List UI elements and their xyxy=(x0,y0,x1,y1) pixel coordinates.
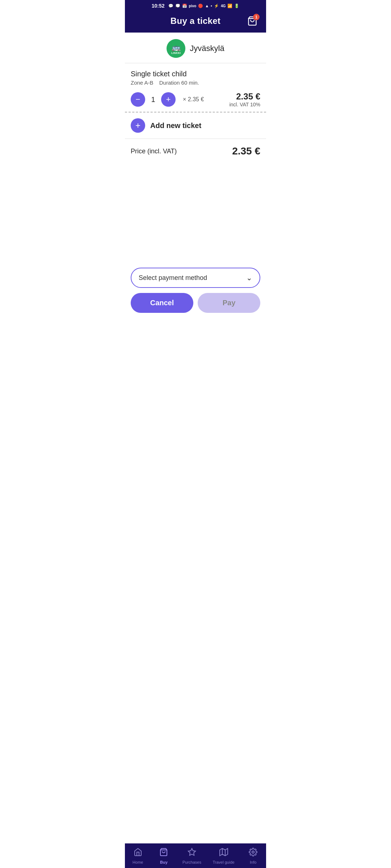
total-price: 2.35 € incl. VAT 10% xyxy=(229,92,260,107)
chat-icon: 💭 xyxy=(175,4,180,8)
battery-icon: 🔋 xyxy=(234,4,239,8)
pay-button[interactable]: Pay xyxy=(198,293,260,313)
increase-button[interactable]: + xyxy=(161,92,176,107)
quantity-value: 1 xyxy=(150,95,156,104)
unit-price: × 2.35 € xyxy=(183,96,204,103)
decrease-button[interactable]: − xyxy=(131,92,145,107)
ticket-details: Zone A-B Duration 60 min. xyxy=(131,80,260,86)
logo-text: LINKKI xyxy=(171,52,181,54)
cart-count: 1 xyxy=(253,14,260,20)
price-total-value: 2.35 € xyxy=(232,145,260,157)
status-bar: 10:52 💬 💭 📅 pivo 🔴 ▲ • ⚡ 4G 📶 🔋 xyxy=(125,0,266,12)
signal-4g: 4G xyxy=(221,4,226,8)
bus-icon: 🚌 xyxy=(172,43,181,52)
payment-section: Select payment method ⌄ Cancel Pay xyxy=(125,262,266,319)
city-name: Jyväskylä xyxy=(190,44,224,53)
price-label: Price (incl. VAT) xyxy=(131,148,177,155)
record-icon: 🔴 xyxy=(198,4,203,8)
add-ticket-button[interactable]: + xyxy=(131,118,145,133)
status-icons: 💬 💭 📅 pivo 🔴 ▲ • ⚡ 4G 📶 🔋 xyxy=(168,4,240,8)
payment-placeholder: Select payment method xyxy=(139,274,207,282)
status-time: 10:52 xyxy=(152,3,165,9)
ticket-duration: Duration 60 min. xyxy=(159,80,199,86)
pivo-text: pivo xyxy=(189,4,197,8)
chevron-down-icon: ⌄ xyxy=(246,273,252,282)
page-title: Buy a ticket xyxy=(171,16,220,26)
cart-icon: 1 xyxy=(247,16,257,29)
header: Buy a ticket 1 xyxy=(125,12,266,33)
add-ticket-row[interactable]: + Add new ticket xyxy=(125,112,266,139)
quantity-row: − 1 + × 2.35 € 2.35 € incl. VAT 10% xyxy=(131,92,260,107)
ticket-name: Single ticket child xyxy=(131,70,260,78)
triangle-icon: ▲ xyxy=(205,4,209,8)
action-buttons: Cancel Pay xyxy=(131,293,260,313)
cancel-button[interactable]: Cancel xyxy=(131,293,193,313)
cart-button[interactable]: 1 xyxy=(244,14,260,30)
spacer xyxy=(125,161,266,262)
add-ticket-label: Add new ticket xyxy=(150,122,201,130)
main-content: 🚌 LINKKI Jyväskylä Single ticket child Z… xyxy=(125,33,266,319)
city-logo: 🚌 LINKKI xyxy=(167,39,185,58)
bluetooth-icon: ⚡ xyxy=(214,4,219,8)
city-row: 🚌 LINKKI Jyväskylä xyxy=(125,33,266,63)
signal-bars: 📶 xyxy=(227,4,232,8)
ticket-section: Single ticket child Zone A-B Duration 60… xyxy=(125,63,266,112)
calendar-icon: 📅 xyxy=(182,4,187,8)
whatsapp-icon: 💬 xyxy=(168,4,173,8)
ticket-zone: Zone A-B xyxy=(131,80,154,86)
qty-controls: − 1 + × 2.35 € xyxy=(131,92,204,107)
dot-icon: • xyxy=(211,4,212,8)
vat-text: incl. VAT 10% xyxy=(229,102,260,107)
payment-selector[interactable]: Select payment method ⌄ xyxy=(131,268,260,288)
price-total-row: Price (incl. VAT) 2.35 € xyxy=(125,139,266,161)
ticket-total-price: 2.35 € xyxy=(229,92,260,102)
